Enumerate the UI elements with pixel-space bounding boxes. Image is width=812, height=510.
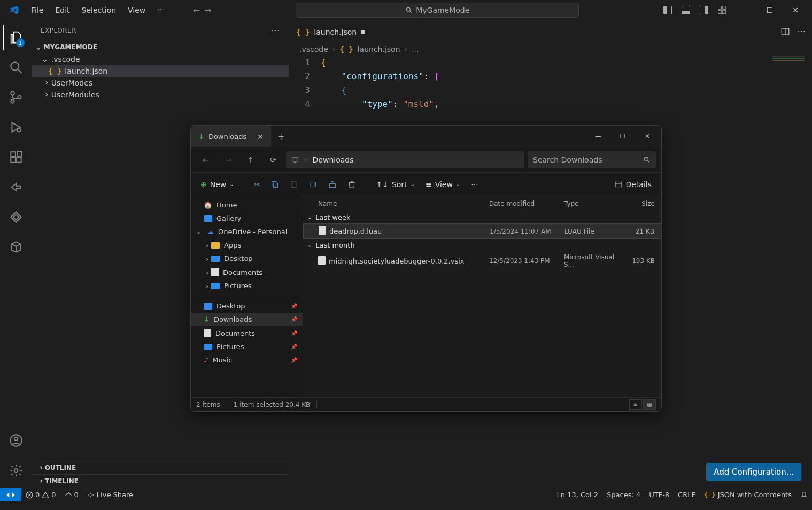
nav-back[interactable]: ← — [193, 5, 200, 16]
fe-group-header[interactable]: ⌄Last week — [303, 211, 661, 223]
fe-nav-item[interactable]: ↓Downloads📌 — [191, 313, 303, 326]
fe-search[interactable]: Search Downloads — [528, 151, 656, 168]
minimize-button[interactable]: — — [740, 6, 748, 14]
fe-nav-item[interactable]: ⌄☁OneDrive - Personal — [191, 225, 303, 238]
fe-up[interactable]: ↑ — [241, 151, 260, 168]
toggle-sidebar-icon[interactable] — [663, 6, 672, 14]
fe-nav-item[interactable]: ⌄Desktop — [191, 252, 303, 265]
line-content[interactable]: "type": "msld", — [321, 97, 812, 111]
fe-file-row[interactable]: midnightsocietyluadebugger-0.0.2.vsix12/… — [303, 251, 661, 271]
line-content[interactable]: "configurations": [ — [321, 69, 812, 83]
tree-folder-usermodes[interactable]: ⌄ UserModes — [32, 77, 289, 89]
col-size[interactable]: Size — [623, 200, 661, 207]
status-language[interactable]: { } JSON with Comments — [700, 491, 796, 499]
fe-nav-item[interactable]: Gallery — [191, 212, 303, 225]
scm-view-icon[interactable] — [3, 84, 29, 110]
liveshare-view-icon[interactable] — [3, 174, 29, 200]
maximize-button[interactable]: ☐ — [766, 6, 774, 14]
command-center[interactable]: MyGameMode — [296, 3, 579, 18]
fe-nav-item[interactable]: Desktop📌 — [191, 299, 303, 313]
menu-more[interactable]: ··· — [152, 4, 169, 17]
fe-nav-item[interactable]: Documents📌 — [191, 326, 303, 340]
code-line[interactable]: 2 "configurations": [ — [289, 69, 812, 83]
fe-back[interactable]: ← — [196, 151, 215, 168]
line-content[interactable]: { — [321, 56, 812, 69]
col-name[interactable]: Name — [318, 200, 489, 207]
outline-section[interactable]: ⌄ OUTLINE — [32, 461, 289, 474]
fe-tab-close[interactable]: ✕ — [257, 133, 264, 141]
fe-nav-item[interactable]: ⌄Pictures — [191, 279, 303, 292]
fe-minimize[interactable]: — — [587, 128, 609, 144]
tree-folder-vscode[interactable]: ⌄ .vscode — [32, 53, 289, 65]
status-notifications[interactable] — [796, 491, 812, 499]
fe-nav-item[interactable]: ⌄Documents — [191, 265, 303, 279]
fe-delete[interactable] — [343, 178, 360, 191]
crumb[interactable]: ... — [412, 45, 419, 53]
debug-view-icon[interactable] — [3, 114, 29, 140]
tree-folder-usermodules[interactable]: ⌄ UserModules — [32, 89, 289, 101]
line-content[interactable]: { — [321, 83, 812, 97]
fe-copy[interactable] — [266, 178, 283, 191]
fe-nav-item[interactable]: 🏠Home — [191, 198, 303, 212]
status-liveshare[interactable]: Live Share — [83, 491, 137, 499]
fe-titlebar[interactable]: ↓ Downloads ✕ + — ☐ ✕ — [191, 126, 661, 147]
fe-tab-downloads[interactable]: ↓ Downloads ✕ — [191, 126, 271, 147]
fe-close[interactable]: ✕ — [637, 128, 658, 144]
accounts-icon[interactable] — [3, 428, 29, 453]
timeline-section[interactable]: ⌄ TIMELINE — [32, 474, 289, 488]
fe-sort-button[interactable]: ↑↓ Sort ⌄ — [372, 178, 419, 191]
tree-file-launch-json[interactable]: { } launch.json — [32, 65, 289, 77]
vs-view-icon[interactable] — [3, 204, 29, 230]
status-cursor[interactable]: Ln 13, Col 2 — [553, 491, 602, 499]
fe-maximize[interactable]: ☐ — [612, 128, 633, 144]
fe-view-large[interactable]: ▦ — [643, 399, 656, 410]
explorer-view-icon[interactable]: 1 — [3, 25, 29, 50]
code-line[interactable]: 4 "type": "msld", — [289, 97, 812, 111]
workspace-header[interactable]: ⌄ MYGAMEMODE — [32, 41, 289, 53]
fe-rename[interactable] — [305, 178, 322, 191]
sidebar-more[interactable]: ··· — [271, 26, 280, 36]
nav-forward[interactable]: → — [204, 5, 211, 16]
fe-view-button[interactable]: ≡ View ⌄ — [421, 178, 465, 191]
fe-refresh[interactable]: ⟳ — [264, 151, 283, 168]
fe-cut[interactable]: ✂ — [250, 178, 265, 191]
menu-file[interactable]: File — [26, 4, 49, 17]
crumb[interactable]: launch.json — [358, 45, 400, 53]
extensions-view-icon[interactable] — [3, 144, 29, 170]
editor-tab-launch-json[interactable]: { } launch.json — [289, 20, 373, 43]
col-date[interactable]: Date modified — [489, 200, 564, 207]
fe-new-button[interactable]: ⊕ New ⌄ — [196, 178, 238, 191]
fe-nav-item[interactable]: ⌄Apps — [191, 238, 303, 252]
menu-selection[interactable]: Selection — [76, 4, 122, 17]
toggle-panel-icon[interactable] — [682, 6, 690, 14]
status-eol[interactable]: CRLF — [674, 491, 700, 499]
fe-forward[interactable]: → — [219, 151, 238, 168]
menu-edit[interactable]: Edit — [50, 4, 75, 17]
crumb[interactable]: .vscode — [299, 45, 328, 53]
fe-group-header[interactable]: ⌄Last month — [303, 239, 661, 251]
status-indent[interactable]: Spaces: 4 — [602, 491, 645, 499]
breadcrumbs[interactable]: .vscode › { } launch.json › ... — [289, 43, 812, 56]
fe-nav-item[interactable]: ♪Music📌 — [191, 353, 303, 367]
fe-nav-item[interactable]: Pictures📌 — [191, 340, 303, 353]
code-line[interactable]: 3 { — [289, 83, 812, 97]
add-configuration-button[interactable]: Add Configuration... — [706, 463, 801, 481]
fe-file-row[interactable]: deadrop.d.luau1/5/2024 11:07 AMLUAU File… — [303, 223, 661, 239]
fe-paste[interactable] — [285, 178, 303, 191]
toggle-secondary-icon[interactable] — [700, 6, 708, 14]
fe-new-tab[interactable]: + — [271, 126, 291, 147]
minimap[interactable] — [772, 56, 805, 77]
editor-more[interactable]: ··· — [798, 27, 806, 37]
fe-address-bar[interactable]: › Downloads — [286, 151, 524, 168]
fe-share[interactable] — [324, 178, 341, 191]
split-editor-icon[interactable] — [780, 27, 790, 36]
settings-icon[interactable] — [3, 458, 29, 483]
search-view-icon[interactable] — [3, 55, 29, 80]
status-encoding[interactable]: UTF-8 — [645, 491, 674, 499]
menu-view[interactable]: View — [122, 4, 151, 17]
customize-layout-icon[interactable] — [718, 6, 726, 14]
cube-view-icon[interactable] — [3, 234, 29, 260]
code-line[interactable]: 1{ — [289, 56, 812, 69]
fe-more[interactable]: ··· — [467, 178, 482, 191]
col-type[interactable]: Type — [564, 200, 623, 207]
